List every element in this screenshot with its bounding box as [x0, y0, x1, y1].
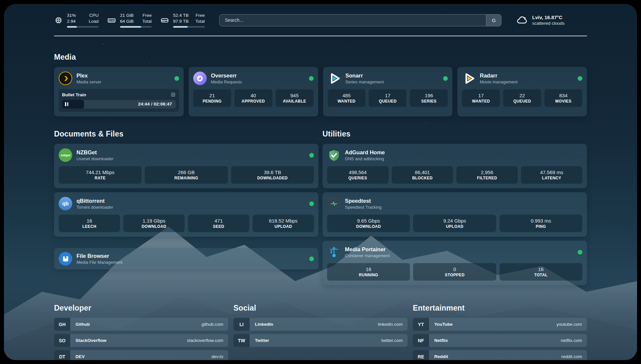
card-speedtest: Speedtest Speedtest Tracking 9.65 Gbps D…: [322, 192, 587, 237]
ram-free-value: 21 GiB: [120, 13, 134, 18]
ram-label-top: Free: [142, 13, 152, 18]
bookmark-stackoverflow[interactable]: SO StackOverflow stackoverflow.com: [54, 334, 228, 347]
bookmark-twitter[interactable]: TW Twitter twitter.com: [233, 334, 408, 347]
nzbget-status-dot: [309, 153, 314, 158]
speedtest-app-link[interactable]: Speedtest Speedtest Tracking: [327, 197, 582, 210]
section-social: Social LI LinkedIn linkedin.com TW Twitt…: [233, 304, 408, 360]
playback-progress-track[interactable]: 24:44 / 02:06:47: [62, 100, 176, 108]
card-filebrowser: File Browser Media File Management: [54, 248, 319, 269]
cpu-icon: [54, 16, 63, 25]
qbittorrent-stat-seed: 471 SEED: [188, 215, 249, 232]
nzbget-stat-rate: 744.21 Mbps RATE: [59, 166, 141, 184]
bookmark-dev[interactable]: DT DEV dev.to: [54, 350, 228, 360]
reddit-abbr: RE: [413, 350, 429, 360]
ram-progress-track: [120, 26, 152, 28]
portainer-stat-stopped: 0 STOPPED: [413, 263, 496, 281]
search-engine-button[interactable]: G: [486, 15, 501, 26]
netflix-abbr: NF: [413, 334, 429, 347]
bookmark-linkedin[interactable]: LI LinkedIn linkedin.com: [233, 318, 408, 331]
ram-progress-fill: [120, 26, 141, 28]
qbittorrent-app-link[interactable]: qb qBittorrent Torrent downloader: [59, 197, 314, 210]
disk-metric: 52.4 TB 97.9 TB Free Total: [160, 13, 205, 28]
sonarr-app-link[interactable]: Sonarr Series management: [328, 72, 448, 85]
portainer-title: Media Portainer: [345, 246, 390, 253]
overseerr-app-link[interactable]: Overseerr Media Requests: [193, 72, 314, 85]
sonarr-subtitle: Series management: [346, 79, 384, 85]
overseerr-stat-available: 945 AVAILABLE: [276, 89, 314, 107]
adguard-stat-filtered: 2,956 FILTERED: [456, 166, 518, 184]
adguard-app-link[interactable]: AdGuard Home DNS and adblocking: [327, 148, 582, 162]
portainer-app-link[interactable]: Media Portainer Container management: [327, 245, 582, 259]
nzbget-stat-remaining: 266 GB REMAINING: [145, 166, 228, 184]
radarr-app-link[interactable]: Radarr Movie management: [462, 72, 582, 85]
speedtest-stat-upload: 9.24 Gbps UPLOAD: [413, 215, 496, 232]
playback-time: 24:44 / 02:06:47: [138, 100, 172, 108]
cpu-progress-fill: [67, 26, 77, 28]
section-entertainment: Entertainment YT YouTube youtube.com NF …: [413, 304, 587, 360]
filebrowser-subtitle: Media File Management: [76, 259, 122, 265]
card-radarr: Radarr Movie management 17 WANTED 22 QUE…: [457, 67, 587, 116]
sonarr-stat-series: 196 SERIES: [410, 89, 448, 107]
disk-label-bottom: Total: [195, 18, 205, 24]
plex-now-playing: Bullet Train 24:44 / 02:06:47: [59, 89, 179, 112]
filebrowser-status-dot: [309, 257, 314, 261]
dashboard-window: 31% 2.94 CPU Load: [4, 4, 637, 360]
plex-subtitle: Media server: [76, 79, 101, 85]
qbittorrent-subtitle: Torrent downloader: [76, 204, 113, 210]
section-utilities: Utilities: [322, 130, 587, 285]
portainer-stat-running: 16 RUNNING: [327, 263, 410, 281]
disk-label-top: Free: [195, 13, 205, 18]
ram-total-value: 64 GiB: [120, 18, 134, 24]
disk-total-value: 97.9 TB: [173, 18, 189, 24]
section-developer: Developer GH Github github.com SO StackO…: [54, 304, 228, 360]
disk-progress-fill: [173, 26, 188, 28]
card-sonarr: Sonarr Series management 485 WANTED 17 Q…: [323, 67, 453, 116]
section-title-developer: Developer: [54, 304, 228, 313]
cpu-load-value: 2.94: [67, 18, 76, 24]
cpu-label-top: CPU: [89, 13, 99, 18]
bookmark-netflix[interactable]: NF Netflix netflix.com: [413, 334, 587, 347]
filebrowser-icon: [59, 252, 72, 265]
session-icon: [170, 92, 176, 97]
bookmark-youtube[interactable]: YT YouTube youtube.com: [413, 318, 587, 331]
bookmark-reddit[interactable]: RE Reddit reddit.com: [413, 350, 587, 360]
plex-app-link[interactable]: Plex Media server: [59, 72, 179, 85]
twitter-abbr: TW: [233, 334, 250, 347]
ram-label-bottom: Total: [142, 18, 152, 24]
bookmark-github[interactable]: GH Github github.com: [54, 318, 228, 331]
qbittorrent-stat-leech: 16 LEECH: [59, 215, 120, 232]
overseerr-icon: [193, 72, 207, 85]
speedtest-subtitle: Speedtest Tracking: [345, 204, 382, 210]
cpu-usage-value: 31%: [67, 13, 76, 18]
section-documents: Documents & Files nzbget NZBGet Usenet d…: [54, 130, 319, 269]
system-metrics: 31% 2.94 CPU Load: [54, 13, 205, 28]
qbittorrent-stat-upload: 618.52 Mbps UPLOAD: [253, 215, 314, 232]
card-plex: Plex Media server Bullet Train: [54, 67, 184, 116]
radarr-stat-wanted: 17 WANTED: [462, 89, 500, 107]
section-title-documents: Documents & Files: [54, 130, 319, 138]
dev-abbr: DT: [54, 350, 70, 360]
speedtest-icon: [327, 197, 341, 210]
qbittorrent-icon: qb: [59, 197, 72, 210]
disk-icon: [160, 16, 169, 25]
sonarr-stat-queued: 17 QUEUED: [369, 89, 407, 107]
card-portainer: Media Portainer Container management 16 …: [322, 241, 587, 285]
qbittorrent-status-dot: [309, 201, 314, 206]
adguard-title: AdGuard Home: [345, 149, 385, 156]
overseerr-subtitle: Media Requests: [211, 79, 242, 85]
search-bar: G: [219, 14, 502, 26]
cpu-progress-track: [67, 26, 99, 28]
pause-icon[interactable]: [65, 102, 68, 106]
nzbget-app-link[interactable]: nzbget NZBGet Usenet downloader: [59, 148, 314, 162]
linkedin-abbr: LI: [233, 318, 250, 331]
search-input[interactable]: [220, 15, 486, 26]
speedtest-title: Speedtest: [345, 197, 382, 204]
nzbget-title: NZBGet: [76, 149, 113, 156]
sonarr-title: Sonarr: [346, 72, 384, 79]
disk-free-value: 52.4 TB: [173, 13, 189, 18]
filebrowser-app-link[interactable]: File Browser Media File Management: [59, 252, 314, 265]
portainer-stat-total: 16 TOTAL: [500, 263, 582, 281]
nzbget-subtitle: Usenet downloader: [76, 156, 113, 162]
github-abbr: GH: [54, 318, 70, 331]
weather-location-temp: Lviv, 16.87°C: [532, 14, 565, 20]
